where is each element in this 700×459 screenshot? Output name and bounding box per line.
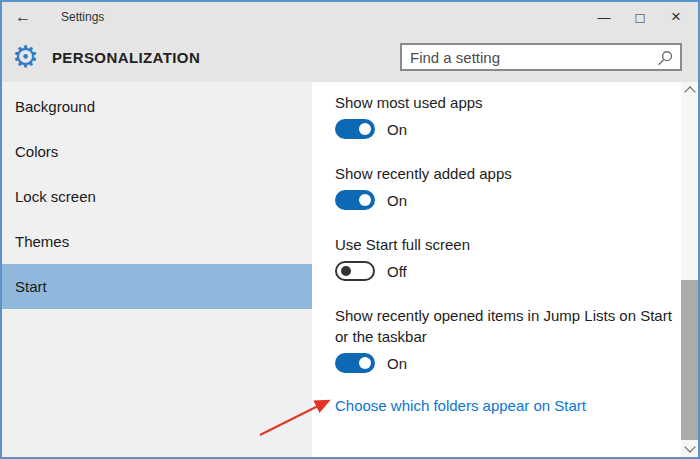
sidebar: Background Colors Lock screen Themes Sta… [2,82,312,457]
sidebar-item-background[interactable]: Background [2,84,312,129]
toggle-start-full-screen[interactable] [335,261,375,281]
toggle-knob [359,357,371,369]
toggle-state-label: On [387,355,407,372]
back-button[interactable]: ← [15,8,45,26]
sidebar-item-themes[interactable]: Themes [2,219,312,264]
settings-window: ← Settings — □ × ⚙ PERSONALIZATION Backg… [0,0,700,459]
setting-row: On [335,119,678,139]
toggle-knob [359,123,371,135]
setting-label-jump-lists: Show recently opened items in Jump Lists… [335,305,678,347]
maximize-button[interactable]: □ [622,2,658,32]
page-title: PERSONALIZATION [52,49,200,66]
choose-folders-link[interactable]: Choose which folders appear on Start [335,397,586,414]
page-header: ⚙ PERSONALIZATION [2,32,698,82]
scroll-down-icon[interactable] [684,441,695,452]
toggle-most-used-apps[interactable] [335,119,375,139]
setting-row: On [335,353,678,373]
start-settings-panel: Show most used apps On Show recently add… [312,82,698,457]
titlebar: ← Settings — □ × [2,2,698,32]
toggle-state-label: On [387,121,407,138]
search-box[interactable] [400,43,682,71]
scrollbar-thumb[interactable] [681,280,698,440]
toggle-state-label: Off [387,263,407,280]
scrollbar[interactable] [681,82,698,457]
sidebar-item-start[interactable]: Start [2,264,312,309]
scroll-up-icon[interactable] [684,86,695,97]
toggle-state-label: On [387,192,407,209]
search-input[interactable] [402,49,680,66]
search-icon [656,50,674,68]
toggle-recently-added-apps[interactable] [335,190,375,210]
setting-label-recently-added-apps: Show recently added apps [335,163,678,184]
sidebar-item-lock-screen[interactable]: Lock screen [2,174,312,219]
setting-label-most-used-apps: Show most used apps [335,92,678,113]
toggle-knob [359,194,371,206]
gear-icon: ⚙ [12,42,39,72]
toggle-knob [341,266,351,276]
setting-label-start-full-screen: Use Start full screen [335,234,678,255]
toggle-jump-lists[interactable] [335,353,375,373]
window-title: Settings [61,10,104,24]
close-button[interactable]: × [658,2,694,32]
setting-row: Off [335,261,678,281]
setting-row: On [335,190,678,210]
sidebar-item-colors[interactable]: Colors [2,129,312,174]
minimize-button[interactable]: — [586,2,622,32]
page-body: Background Colors Lock screen Themes Sta… [2,82,698,457]
